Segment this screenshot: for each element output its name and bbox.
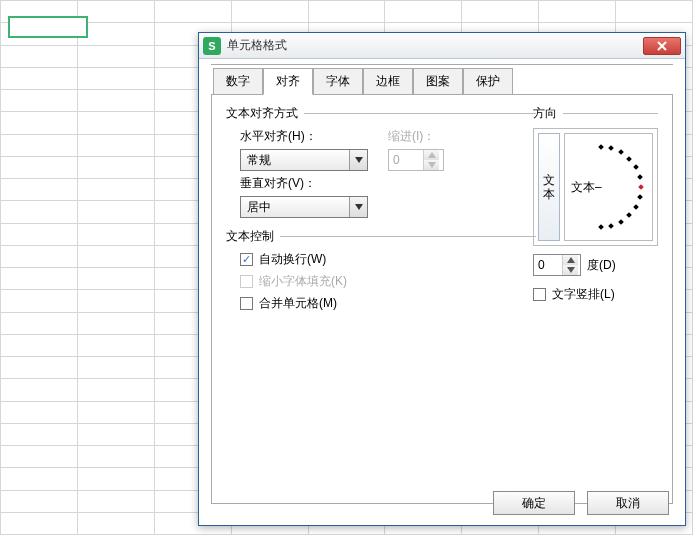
v-align-combo[interactable]: 居中 (240, 196, 368, 218)
indent-label: 缩进(I)： (388, 128, 435, 145)
text-control-group-title: 文本控制 (226, 228, 274, 245)
tab-protection[interactable]: 保护 (463, 68, 513, 95)
close-icon (657, 41, 667, 51)
tab-alignment[interactable]: 对齐 (263, 68, 313, 95)
close-button[interactable] (643, 37, 681, 55)
h-align-label: 水平对齐(H)： (240, 128, 330, 145)
direction-body: 文 本 文本– (533, 128, 658, 246)
indent-value (389, 150, 423, 170)
chevron-down-icon (349, 197, 367, 217)
tab-number[interactable]: 数字 (213, 68, 263, 95)
wrap-label: 自动换行(W) (259, 251, 326, 268)
direction-group-title: 方向 (533, 105, 557, 122)
degree-value[interactable] (534, 255, 562, 275)
ok-button[interactable]: 确定 (493, 491, 575, 515)
text-align-group-title: 文本对齐方式 (226, 105, 298, 122)
spin-down-icon (424, 160, 439, 170)
degree-spinner[interactable] (533, 254, 581, 276)
spin-up-icon (424, 150, 439, 160)
app-icon: S (203, 37, 221, 55)
arc-label: 文本– (571, 179, 602, 196)
v-align-value: 居中 (241, 199, 349, 216)
selected-cell[interactable] (8, 16, 88, 38)
vertical-text-checkbox[interactable] (533, 288, 546, 301)
shrink-label: 缩小字体填充(K) (259, 273, 347, 290)
tab-font[interactable]: 字体 (313, 68, 363, 95)
wrap-checkbox[interactable] (240, 253, 253, 266)
vertical-text-checkbox-label: 文字竖排(L) (552, 286, 615, 303)
merge-checkbox[interactable] (240, 297, 253, 310)
v-align-label: 垂直对齐(V)： (240, 175, 330, 192)
spin-up-icon[interactable] (563, 255, 578, 265)
degree-label: 度(D) (587, 257, 616, 274)
tab-pattern[interactable]: 图案 (413, 68, 463, 95)
tab-border[interactable]: 边框 (363, 68, 413, 95)
shrink-checkbox (240, 275, 253, 288)
vertical-text-char: 文 (543, 174, 555, 186)
spin-down-icon[interactable] (563, 265, 578, 275)
indent-spinner (388, 149, 444, 171)
tab-body: 文本对齐方式 水平对齐(H)： 缩进(I)： 常规 (211, 94, 673, 504)
merge-label: 合并单元格(M) (259, 295, 337, 312)
vertical-text-char: 本 (543, 188, 555, 200)
vertical-text-button[interactable]: 文 本 (538, 133, 560, 241)
rotation-arc[interactable]: 文本– (564, 133, 653, 241)
titlebar[interactable]: S 单元格格式 (199, 33, 685, 59)
chevron-down-icon (349, 150, 367, 170)
h-align-value: 常规 (241, 152, 349, 169)
dialog-title: 单元格格式 (227, 37, 643, 54)
cancel-button[interactable]: 取消 (587, 491, 669, 515)
h-align-combo[interactable]: 常规 (240, 149, 368, 171)
cell-format-dialog: S 单元格格式 数字 对齐 字体 边框 图案 保护 文本对齐方式 水平对齐(H)… (198, 32, 686, 526)
